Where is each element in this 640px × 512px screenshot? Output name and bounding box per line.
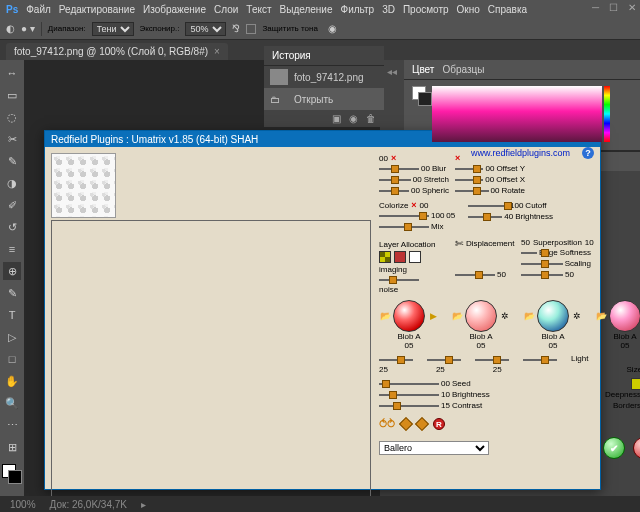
random-icon[interactable]: ⥀⥁	[379, 417, 395, 431]
pen-tool[interactable]: ✎	[3, 284, 21, 302]
slider-spheric[interactable]: 00Spheric	[379, 185, 449, 196]
menu-item[interactable]: Слои	[214, 4, 238, 15]
pencil-tool[interactable]: ✐	[3, 196, 21, 214]
gradient-tool[interactable]: ≡	[3, 240, 21, 258]
menu-item[interactable]: Окно	[457, 4, 480, 15]
type-tool[interactable]: T	[3, 306, 21, 324]
diamond-icon[interactable]	[415, 417, 429, 431]
x-icon[interactable]: ×	[411, 200, 416, 210]
doc-tab[interactable]: foto_97412.png @ 100% (Слой 0, RGB/8#) ×	[6, 43, 228, 60]
trash-icon[interactable]: 🗑	[366, 113, 376, 124]
menu-item[interactable]: 3D	[382, 4, 395, 15]
lasso-tool[interactable]: ◌	[3, 108, 21, 126]
pressure-icon[interactable]: ◉	[328, 23, 337, 34]
move-tool[interactable]: ↔	[3, 64, 21, 82]
ok-button[interactable]: ✔	[603, 437, 625, 459]
menu-item[interactable]: Фильтр	[341, 4, 375, 15]
brush-icon[interactable]: ● ▾	[21, 23, 35, 34]
slider-seed[interactable]: 00Seed X1	[379, 378, 640, 389]
plugin-preview[interactable]	[51, 153, 116, 218]
pattern-swatch[interactable]	[379, 251, 391, 263]
color-tab[interactable]: Цвет	[412, 64, 434, 75]
cancel-button[interactable]: ✖	[633, 437, 640, 459]
slider-brightness[interactable]: 40Brightness	[468, 211, 553, 222]
doc-size[interactable]: Док: 26,0K/34,7K	[50, 499, 127, 510]
blob-preview[interactable]	[537, 300, 569, 332]
hue-slider[interactable]	[604, 86, 610, 142]
tool-preset-icon[interactable]: ◐	[6, 23, 15, 34]
gear-icon[interactable]: ✲	[499, 310, 511, 322]
minimize-icon[interactable]: ─	[592, 2, 599, 13]
blob-preview[interactable]	[393, 300, 425, 332]
x-icon[interactable]: ×	[391, 153, 396, 163]
history-state[interactable]: foto_97412.png	[264, 66, 384, 88]
slider-contrast[interactable]: 15Contrast Borders	[379, 400, 640, 411]
open-icon[interactable]: 📂	[379, 310, 391, 322]
zoom-tool[interactable]: 🔍	[3, 394, 21, 412]
dodge-tool[interactable]: ⊕	[3, 262, 21, 280]
canvas-area[interactable]: История foto_97412.png 🗀 Открыть ▣ ◉ 🗑 R…	[24, 60, 380, 496]
menu-item[interactable]: Текст	[246, 4, 271, 15]
help-icon[interactable]: ?	[582, 147, 594, 159]
diamond-icon[interactable]	[399, 417, 413, 431]
protect-checkbox[interactable]	[246, 24, 256, 34]
color-swatches[interactable]	[2, 464, 22, 484]
slider-noise[interactable]	[379, 274, 449, 285]
menu-item[interactable]: Выделение	[280, 4, 333, 15]
camera-icon[interactable]: ◉	[349, 113, 358, 124]
slider-stretch[interactable]: 00Stretch	[379, 174, 449, 185]
preset-select[interactable]: Ballero	[379, 441, 489, 455]
slider-mix[interactable]: Mix	[379, 221, 464, 232]
exposure-select[interactable]: 50%	[185, 22, 226, 36]
gear-icon[interactable]: ✲	[571, 310, 583, 322]
history-tab[interactable]: История	[272, 50, 311, 61]
slider-disp[interactable]: 50	[455, 269, 515, 280]
slider-blob2[interactable]	[427, 354, 469, 365]
slider-blob3[interactable]	[475, 354, 517, 365]
new-snapshot-icon[interactable]: ▣	[332, 113, 341, 124]
history-state[interactable]: 🗀 Открыть	[264, 88, 384, 110]
slider-scaling[interactable]: Scaling	[521, 258, 591, 269]
menu-item[interactable]: Файл	[26, 4, 51, 15]
slider-offsetx[interactable]: 00Offset X	[455, 174, 525, 185]
slider-colorize[interactable]: 10005	[379, 210, 464, 221]
x-icon[interactable]: ×	[455, 153, 460, 163]
path-tool[interactable]: ▷	[3, 328, 21, 346]
blob-preview[interactable]	[465, 300, 497, 332]
slider-offsety[interactable]: 00Offset Y	[455, 163, 525, 174]
collapse-icon[interactable]: ◂◂	[387, 66, 397, 77]
plugin-url[interactable]: www.redfieldplugins.com	[471, 148, 570, 158]
open-icon[interactable]: 📂	[523, 310, 535, 322]
shape-tool[interactable]: □	[3, 350, 21, 368]
slider-cutoff[interactable]: 100Cutoff	[468, 200, 553, 211]
slider-bright2[interactable]: 10Brightness Deepness	[379, 389, 640, 400]
history-brush-tool[interactable]: ↺	[3, 218, 21, 236]
zoom-value[interactable]: 100%	[10, 499, 36, 510]
slider-super[interactable]: 50	[521, 269, 591, 280]
eyedropper-tool[interactable]: ✎	[3, 152, 21, 170]
scissors-icon[interactable]: ✄	[455, 238, 463, 249]
slider-blob1[interactable]	[379, 354, 421, 365]
marquee-tool[interactable]: ▭	[3, 86, 21, 104]
slider-blob4[interactable]	[523, 354, 565, 365]
play-icon[interactable]: ▶	[427, 310, 439, 322]
slider-blur[interactable]: 00Blur	[379, 163, 449, 174]
swatches-tab[interactable]: Образцы	[442, 64, 484, 75]
airbrush-icon[interactable]: ⅋	[232, 23, 240, 34]
open-icon[interactable]: 📂	[451, 310, 463, 322]
record-icon[interactable]: R	[433, 418, 445, 430]
menu-item[interactable]: Изображение	[143, 4, 206, 15]
color-picker-field[interactable]	[432, 86, 602, 142]
menu-item[interactable]: Редактирование	[59, 4, 135, 15]
brush-tool[interactable]: ◑	[3, 174, 21, 192]
plugin-preview-frame[interactable]	[51, 220, 371, 500]
status-arrow-icon[interactable]: ▸	[141, 499, 146, 510]
tab-close-icon[interactable]: ×	[214, 46, 220, 57]
menu-item[interactable]: Просмотр	[403, 4, 449, 15]
maximize-icon[interactable]: ☐	[609, 2, 618, 13]
hand-tool[interactable]: ✋	[3, 372, 21, 390]
pattern-swatch[interactable]	[409, 251, 421, 263]
range-select[interactable]: Тени	[92, 22, 134, 36]
menu-item[interactable]: Справка	[488, 4, 527, 15]
close-icon[interactable]: ✕	[628, 2, 636, 13]
